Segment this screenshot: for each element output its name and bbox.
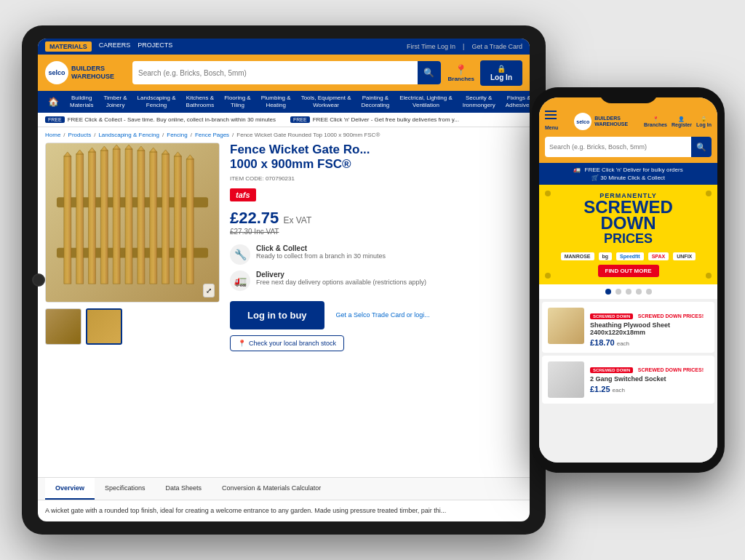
product-tabs: Overview Specifications Data Sheets Conv… (38, 477, 530, 500)
product-card-plywood[interactable]: SCREWED DOWN SCREWED DOWN PRICES! Sheath… (542, 302, 714, 353)
promo-deliver-text: FREE Click 'n' Deliver - Get free bulky … (313, 116, 459, 123)
dot-3[interactable] (626, 289, 632, 295)
search-input[interactable] (132, 69, 418, 77)
branches-label: Branches (448, 76, 474, 82)
plywood-price: £18.70 each (590, 338, 709, 347)
nav-projects[interactable]: PROJECTS (138, 41, 172, 52)
timber-joinery-nav[interactable]: Timber &Joinery (98, 91, 132, 113)
tab-calculator[interactable]: Conversion & Materials Calculator (212, 478, 331, 500)
branches-button[interactable]: 📍 Branches (448, 64, 474, 82)
top-navigation: MATERIALS CAREERS PROJECTS First Time Lo… (38, 39, 530, 55)
breadcrumb-fence-pages[interactable]: Fence Pages (195, 132, 229, 138)
delivery-icon: 🚛 (230, 271, 250, 291)
main-content: ⤢ Fence Wicket Gate Ro...1000 x 900mm FS… (38, 143, 530, 477)
expand-icon[interactable]: ⤢ (203, 284, 215, 297)
landscaping-fencing-nav[interactable]: Landscaping &Fencing (132, 91, 181, 113)
screwed-badge-label-2: SCREWED DOWN PRICES! (638, 367, 704, 372)
flooring-tiling-nav[interactable]: Flooring &Tiling (219, 91, 255, 113)
breadcrumb-fencing[interactable]: Fencing (167, 132, 187, 138)
site-logo: selco BUILDERS WAREHOUSE (45, 61, 125, 84)
mobile-branches-button[interactable]: 📍 Branches (644, 116, 667, 127)
login-button[interactable]: 🔒 Log In (480, 60, 522, 86)
mobile-screen: Menu selco BUILDERSWAREHOUSE 📍 Branches … (539, 97, 717, 463)
nav-careers[interactable]: CAREERS (99, 41, 131, 52)
kitchens-bathrooms-nav[interactable]: Kitchens &Bathrooms (181, 91, 220, 113)
nav-materials[interactable]: MATERIALS (45, 41, 92, 52)
mobile-login-label: Log In (696, 122, 712, 127)
product-card-socket[interactable]: SCREWED DOWN SCREWED DOWN PRICES! 2 Gang… (542, 356, 714, 404)
first-time-login[interactable]: First Time Log In (407, 43, 455, 50)
tools-workwear-nav[interactable]: Tools, Equipment &Workwear (296, 91, 356, 113)
dot-5[interactable] (646, 289, 652, 295)
fence-svg (46, 143, 219, 302)
check-stock-button[interactable]: 📍 Check your local branch stock (230, 335, 344, 351)
delivery-desc: Free next day delivery options available… (256, 279, 426, 286)
mobile-search-input[interactable] (545, 143, 691, 151)
search-bar[interactable]: 🔍 (132, 61, 441, 84)
brand-logos: MANROSE bg Speedfit SPAX UNFIX (561, 252, 696, 260)
breadcrumb-products[interactable]: Products (68, 132, 92, 138)
logo-circle: selco (45, 61, 68, 84)
dot-2[interactable] (615, 289, 621, 295)
tab-data-sheets[interactable]: Data Sheets (156, 478, 212, 500)
search-icon: 🔍 (423, 68, 434, 78)
dot-4[interactable] (636, 289, 642, 295)
get-trade-card[interactable]: Get a Trade Card (471, 43, 522, 50)
thumbnail-2[interactable] (86, 308, 122, 345)
promo-collect-text: FREE Click & Collect - Save time. Buy on… (68, 116, 276, 123)
find-out-more-button[interactable]: FIND OUT MORE (598, 265, 659, 277)
delivery-option: 🚛 Delivery Free next day delivery option… (230, 271, 519, 291)
delivery-title: Delivery (256, 271, 284, 279)
tablet-device: MATERIALS CAREERS PROJECTS First Time Lo… (22, 25, 546, 535)
header-actions: 📍 Branches 🔒 Log In (448, 60, 522, 86)
socket-price: £1.25 each (590, 385, 709, 393)
security-nav[interactable]: Security &Ironmongery (458, 91, 501, 113)
plumbing-heating-nav[interactable]: Plumbing &Heating (256, 91, 296, 113)
mobile-header-actions: 📍 Branches 👤 Register 🔒 Log In (644, 116, 712, 127)
electrical-nav[interactable]: Electrical, Lighting &Ventilation (394, 91, 457, 113)
check-stock-label: Check your local branch stock (249, 340, 336, 347)
product-title-size: 1000 x 900mm FSC® (230, 157, 351, 171)
delivery-text: Delivery Free next day delivery options … (256, 271, 426, 286)
promo-bar: FREE FREE Click & Collect - Save time. B… (38, 113, 530, 127)
corner-dot-bl (545, 273, 551, 279)
tab-specifications[interactable]: Specifications (95, 478, 156, 500)
building-materials-nav[interactable]: BuildingMaterials (65, 91, 98, 113)
thumbnail-1[interactable] (45, 308, 81, 345)
mobile-promo-bar: 🚛 FREE Click 'n' Deliver for bulky order… (539, 163, 717, 185)
purchase-actions: Log in to buy Get a Selco Trade Card or … (230, 301, 519, 329)
mobile-search-button[interactable]: 🔍 (691, 137, 712, 157)
banner-screwed-down: SCREWEDDOWN (583, 199, 673, 231)
tab-overview[interactable]: Overview (45, 478, 95, 500)
dot-1[interactable] (605, 289, 611, 295)
menu-label: Menu (545, 125, 558, 130)
breadcrumb-home[interactable]: Home (45, 132, 60, 138)
mobile-logo-text: selco (576, 119, 589, 124)
home-nav-item[interactable]: 🏠 (42, 91, 65, 113)
mobile-search-bar[interactable]: 🔍 (545, 137, 712, 157)
click-collect-icon: 🔧 (230, 244, 250, 265)
breadcrumb-landscaping[interactable]: Landscaping & Fencing (98, 132, 159, 138)
truck-icon: 🚛 (573, 167, 581, 173)
search-button[interactable]: 🔍 (418, 61, 441, 84)
product-image-section: ⤢ (45, 143, 220, 470)
mobile-register-button[interactable]: 👤 Register (672, 116, 692, 127)
mobile-promo-text1: 🚛 FREE Click 'n' Deliver for bulky order… (543, 166, 713, 174)
fixings-nav[interactable]: Fixings &Adhesives (501, 91, 530, 113)
promo-collect: FREE FREE Click & Collect - Save time. B… (45, 116, 276, 123)
mobile-logo: selco BUILDERSWAREHOUSE (574, 113, 628, 130)
brand-speedfit: Speedfit (616, 252, 644, 260)
plywood-info: SCREWED DOWN SCREWED DOWN PRICES! Sheath… (590, 308, 709, 348)
product-main-image: ⤢ (45, 143, 220, 303)
mobile-logo-full: BUILDERSWAREHOUSE (594, 116, 628, 128)
mobile-device: Menu selco BUILDERSWAREHOUSE 📍 Branches … (532, 87, 725, 473)
mobile-notch (599, 87, 658, 103)
trade-card-link[interactable]: Get a Selco Trade Card or logi... (336, 311, 430, 319)
banner-dots (539, 284, 717, 299)
screwed-badge-label-1: SCREWED DOWN PRICES! (638, 313, 704, 319)
painting-decorating-nav[interactable]: Painting &Decorating (356, 91, 395, 113)
login-to-buy-button[interactable]: Log in to buy (230, 301, 324, 329)
corner-dot-tl (545, 191, 551, 196)
mobile-menu-button[interactable]: Menu (545, 111, 558, 132)
mobile-login-button[interactable]: 🔒 Log In (696, 116, 712, 127)
